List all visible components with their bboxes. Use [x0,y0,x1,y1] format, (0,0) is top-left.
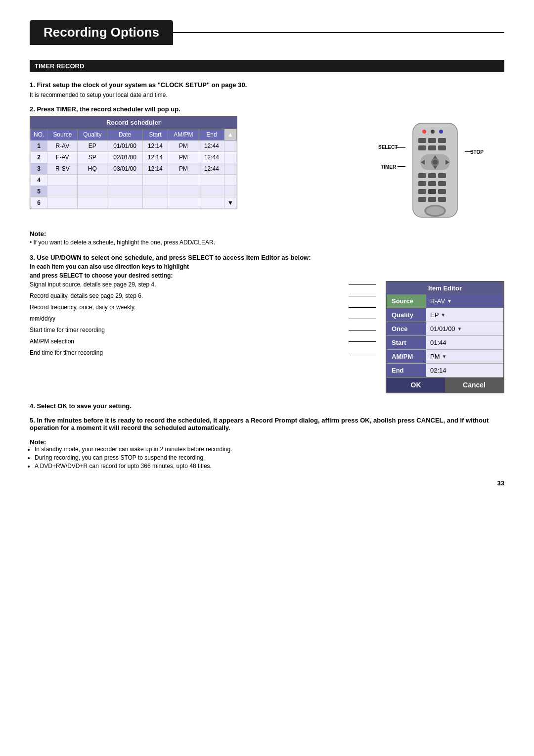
scroll-down-btn[interactable]: ▼ [224,197,237,209]
scheduler-title: Record scheduler [30,116,237,129]
step3-line-item: Record frequency, once, daily or weekly. [30,304,376,311]
remote-svg [405,121,465,220]
note1-label: Note: [30,230,504,237]
col-ampm: AM/PM [168,129,199,141]
timer-label: TIMER [381,164,396,170]
svg-rect-8 [428,145,436,150]
note1-text: • If you want to delete a scheule, highl… [30,239,504,246]
step3-line-text: Signal input source, details see page 29… [30,281,347,288]
step4-heading: 4. Select OK to save your setting. [30,402,504,410]
item-row-label: Start [387,336,426,349]
svg-point-3 [439,130,443,134]
dropdown-arrow-icon: ▼ [442,354,447,359]
step3-line-text: Record quality, details see page 29, ste… [30,292,347,299]
step3-line-rule [349,319,376,319]
scheduler-row-filled[interactable]: 1R-AVEP01/01/0012:14PM12:44 [31,141,237,152]
svg-rect-25 [438,189,446,194]
step3-line-rule [349,341,376,342]
step1-block: 1. First setup the clock of your system … [30,81,504,98]
scroll-up-col[interactable]: ▲ [224,129,237,141]
scheduler-row-empty[interactable]: 5 [31,186,237,197]
svg-rect-22 [438,181,446,186]
ok-button[interactable]: OK [387,378,445,392]
item-editor-row[interactable]: Start01:44 [387,336,503,350]
svg-rect-6 [438,138,446,143]
note2-bullets: In standby mode, your recorder can wake … [35,446,504,470]
note2-bullet: In standby mode, your recorder can wake … [35,446,504,453]
step3-line-text: Start time for timer recording [30,327,347,333]
select-line [396,147,405,148]
svg-rect-17 [418,173,426,178]
item-row-value: 01/01/00 ▼ [426,322,503,335]
step5-block: 5. In five minutes before it is ready to… [30,417,504,431]
item-editor-body: SourceR-AV ▼QualityEP ▼Once01/01/00 ▼Sta… [387,294,503,378]
page-number: 33 [30,479,504,487]
svg-rect-21 [428,181,436,186]
svg-point-1 [422,130,426,134]
step3-line-rule [349,284,376,285]
step3-line-item: End time for timer recording [30,349,376,356]
title-divider [173,32,504,33]
scheduler-row-filled[interactable]: 2F-AVSP02/01/0012:14PM12:44 [31,152,237,163]
stop-label: STOP [470,149,484,155]
scheduler-table: NO. Source Quality Date Start AM/PM End … [30,129,237,209]
page-title: Recording Options [30,20,173,45]
svg-point-2 [431,130,435,134]
col-end: End [199,129,224,141]
item-row-value: 02:14 [426,364,503,377]
cancel-button[interactable]: Cancel [445,378,503,392]
remote-container: SELECT TIMER STOP [405,121,465,221]
item-editor-row[interactable]: QualityEP ▼ [387,308,503,322]
svg-point-16 [433,160,438,165]
step3-layout: Signal input source, details see page 29… [30,281,504,393]
step4-block: 4. Select OK to save your setting. [30,402,504,410]
item-editor-row[interactable]: SourceR-AV ▼ [387,294,503,308]
svg-rect-7 [418,145,426,150]
step3-line-rule [349,353,376,353]
scheduler-row-empty[interactable]: 6▼ [31,197,237,209]
svg-point-30 [426,206,444,215]
step3-line-rule [349,296,376,296]
item-editor-row[interactable]: Once01/01/00 ▼ [387,322,503,336]
step2-heading: 2. Press TIMER, the record scheduler wil… [30,105,504,113]
col-no: NO. [31,129,47,141]
svg-rect-27 [428,197,436,202]
col-source: Source [47,129,78,141]
step3-lines: Signal input source, details see page 29… [30,281,376,361]
scheduler-left: Record scheduler NO. Source Quality Date… [30,116,391,217]
step3-line-item: Start time for timer recording [30,327,376,333]
step3-line-text: End time for timer recording [30,349,347,356]
svg-rect-23 [418,189,426,194]
item-row-label: AM/PM [387,350,426,363]
timer-line [398,166,405,167]
note2-label: Note: [30,438,504,446]
item-row-label: Quality [387,308,426,322]
item-row-value: 01:44 [426,336,503,349]
section-header-timer-record: TIMER RECORD [30,60,504,72]
scheduler-row-filled[interactable]: 3R-SVHQ03/01/0012:14PM12:44 [31,163,237,175]
svg-rect-5 [428,138,436,143]
page-title-wrapper: Recording Options [30,20,504,45]
note2-bullet: A DVD+RW/DVD+R can record for upto 366 m… [35,463,504,470]
item-row-value: R-AV ▼ [426,294,503,308]
step3-line-item: mm/dd/yy [30,315,376,322]
item-editor-footer: OK Cancel [387,378,503,392]
scheduler-row-empty[interactable]: 4 [31,175,237,186]
record-scheduler: Record scheduler NO. Source Quality Date… [30,116,237,209]
item-editor-row[interactable]: AM/PMPM ▼ [387,350,503,364]
item-editor-row[interactable]: End02:14 [387,364,503,378]
step2-block: 2. Press TIMER, the record scheduler wil… [30,105,504,221]
step3-block: 3. Use UP/DOWN to select one schedule, a… [30,254,504,393]
step3-line-item: Record quality, details see page 29, ste… [30,292,376,299]
step3-lines-container: Signal input source, details see page 29… [30,281,376,356]
step3-line-text: mm/dd/yy [30,315,347,322]
item-row-label: Once [387,322,426,335]
step3-line-rule [349,307,376,308]
note2-section: Note: In standby mode, your recorder can… [30,438,504,470]
step1-heading: 1. First setup the clock of your system … [30,81,504,89]
dropdown-arrow-icon: ▼ [447,298,452,304]
step1-subtext: It is recommended to setup your local da… [30,92,504,98]
step3-heading: 3. Use UP/DOWN to select one schedule, a… [30,254,504,261]
svg-rect-9 [438,145,446,150]
svg-rect-20 [418,181,426,186]
